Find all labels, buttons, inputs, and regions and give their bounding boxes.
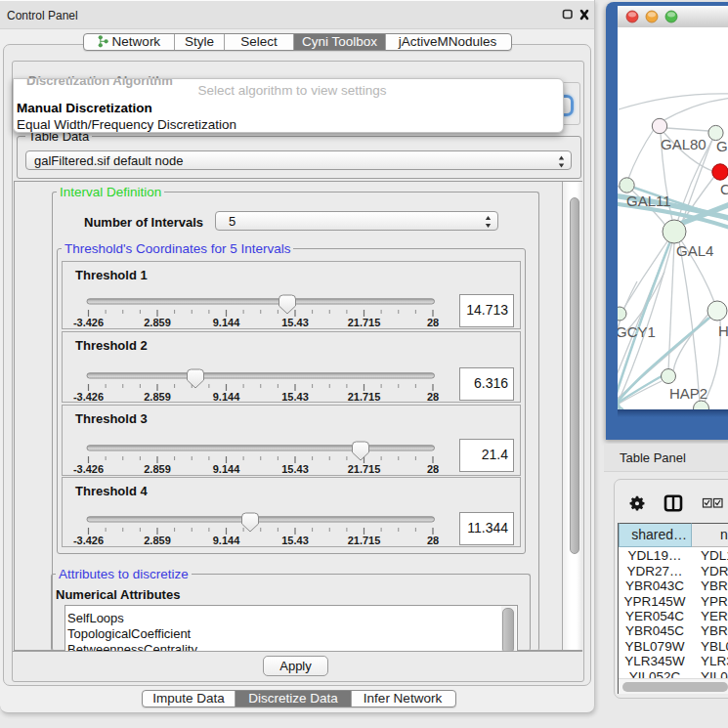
svg-text:15.43: 15.43: [281, 391, 309, 403]
svg-text:2.859: 2.859: [144, 317, 171, 328]
svg-text:GAL80: GAL80: [661, 136, 707, 152]
svg-text:GCY1: GCY1: [618, 323, 656, 340]
svg-text:-3.426: -3.426: [73, 317, 104, 328]
svg-text:2.859: 2.859: [144, 391, 171, 403]
svg-text:9.144: 9.144: [213, 317, 240, 328]
svg-text:15.43: 15.43: [281, 535, 309, 546]
svg-text:9.144: 9.144: [213, 535, 240, 546]
svg-text:-3.426: -3.426: [73, 463, 104, 475]
svg-text:GAL4: GAL4: [676, 242, 713, 259]
svg-text:21.715: 21.715: [348, 535, 381, 546]
svg-text:-3.426: -3.426: [73, 391, 104, 403]
svg-text:C…: C…: [720, 181, 728, 197]
svg-text:21.715: 21.715: [348, 463, 381, 475]
svg-text:2.859: 2.859: [144, 535, 171, 546]
svg-text:GAL11: GAL11: [626, 193, 671, 209]
svg-text:28: 28: [427, 535, 439, 546]
svg-text:G…: G…: [716, 138, 728, 154]
svg-text:9.144: 9.144: [213, 391, 240, 403]
svg-text:15.43: 15.43: [281, 317, 309, 328]
svg-text:28: 28: [427, 317, 439, 328]
svg-text:28: 28: [427, 463, 439, 475]
svg-text:H…: H…: [718, 322, 728, 339]
svg-text:21.715: 21.715: [348, 391, 381, 403]
svg-text:2.859: 2.859: [144, 463, 171, 475]
svg-text:HAP2: HAP2: [669, 385, 707, 402]
svg-text:28: 28: [427, 391, 439, 403]
svg-text:9.144: 9.144: [213, 463, 240, 475]
svg-text:21.715: 21.715: [348, 317, 381, 328]
svg-text:-3.426: -3.426: [73, 535, 104, 546]
svg-text:15.43: 15.43: [281, 463, 309, 475]
